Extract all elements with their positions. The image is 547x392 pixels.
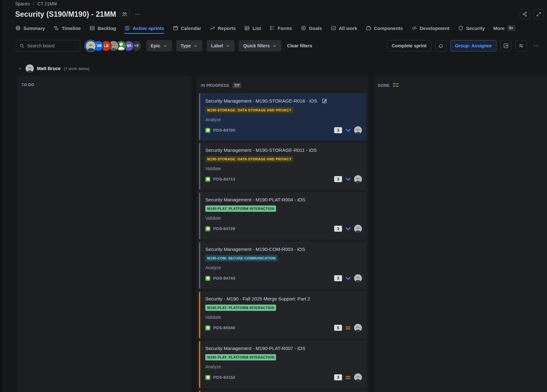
team-button[interactable] bbox=[120, 9, 129, 19]
avatar-photo[interactable] bbox=[86, 41, 96, 51]
board-more-button[interactable] bbox=[531, 40, 542, 51]
card-title-row: Security Management - M190-COM-R003 - iO… bbox=[205, 246, 362, 252]
card-footer: POS-85540 5 bbox=[205, 324, 362, 332]
tab-list[interactable]: List bbox=[244, 23, 261, 34]
feedback-loop-button[interactable] bbox=[435, 40, 447, 51]
tab-components[interactable]: Components bbox=[366, 23, 403, 34]
epic-dropdown[interactable]: Epic bbox=[146, 40, 172, 51]
estimate-badge[interactable]: 3 bbox=[334, 374, 342, 380]
label-dropdown[interactable]: Label bbox=[207, 40, 235, 51]
collapse-chevron-icon[interactable] bbox=[18, 66, 22, 71]
breadcrumb-project[interactable]: CT 21MM bbox=[38, 1, 57, 6]
card-list: Security Management - M190-STORAGE-R018 … bbox=[196, 93, 369, 392]
tab-label: List bbox=[252, 26, 261, 31]
assignee-avatar[interactable] bbox=[354, 274, 362, 282]
complete-sprint-button[interactable]: Complete sprint bbox=[387, 40, 431, 51]
work-item-count: (7 work items) bbox=[64, 66, 90, 71]
assignee-name: Matt Bruce bbox=[37, 66, 61, 71]
assignee-avatar[interactable] bbox=[354, 324, 362, 332]
assignee-avatar[interactable] bbox=[354, 225, 362, 233]
title-row: Security (S190/M190) - 21MM bbox=[15, 9, 544, 20]
tab-active-sprints[interactable]: Active sprints bbox=[124, 23, 164, 34]
development-icon bbox=[412, 25, 417, 31]
card-title-row: Security Management - M190-PLAT-R007 - i… bbox=[205, 346, 362, 351]
calendar-icon bbox=[173, 25, 178, 31]
card-label-badge: M190-PLAT: PLATFORM INTERACTION bbox=[205, 354, 276, 360]
tab-more[interactable]: More9+ bbox=[493, 23, 515, 34]
column-header: TO DO bbox=[17, 76, 192, 92]
view-settings-button[interactable] bbox=[515, 40, 527, 51]
breadcrumb-spaces[interactable]: Spaces bbox=[15, 1, 30, 6]
column-inprogress: IN PROGRESS7/7 Security Management - M19… bbox=[196, 76, 369, 392]
card-key: POS-84713 bbox=[213, 177, 235, 181]
card-key: POS-84152 bbox=[213, 375, 235, 380]
title-more-button[interactable] bbox=[133, 10, 142, 19]
timeline-icon bbox=[53, 25, 59, 31]
card-partial[interactable] bbox=[199, 390, 366, 392]
column-count-badge: 7/7 bbox=[232, 83, 242, 88]
tab-summary[interactable]: Summary bbox=[15, 23, 45, 34]
tab-calendar[interactable]: Calendar bbox=[173, 23, 201, 34]
breadcrumb: Spaces / CT 21MM bbox=[15, 1, 544, 7]
tab-label: Forms bbox=[278, 26, 292, 31]
quick-filters-dropdown[interactable]: Quick filters bbox=[239, 40, 281, 51]
share-button[interactable] bbox=[520, 9, 530, 19]
clear-filters-button[interactable]: Clear filters bbox=[285, 43, 314, 48]
estimate-badge[interactable]: 3 bbox=[334, 127, 342, 133]
filter-dropdowns: Epic Type Label Quick filters bbox=[146, 40, 281, 51]
project-header: Spaces / CT 21MM Security (S190/M190) - … bbox=[3, 1, 547, 34]
tab-forms[interactable]: Forms bbox=[269, 23, 292, 34]
tab-reports[interactable]: Reports bbox=[210, 23, 236, 34]
card[interactable]: Security Management - M190-PLAT-R007 - i… bbox=[199, 341, 366, 388]
more-count-badge: 9+ bbox=[507, 25, 515, 31]
tab-timeline[interactable]: Timeline bbox=[53, 23, 81, 34]
tab-label: Components bbox=[374, 26, 403, 31]
card-key: POS-84729 bbox=[213, 226, 235, 231]
card-title-row: Security Management - M190-STORAGE-R011 … bbox=[205, 147, 362, 153]
tab-security[interactable]: Security bbox=[458, 23, 485, 34]
card[interactable]: Security Management - M190-PLAT-R004 - i… bbox=[199, 192, 366, 240]
assignee-avatar[interactable] bbox=[354, 126, 362, 134]
tab-goals[interactable]: Goals bbox=[301, 23, 322, 34]
all-work-icon bbox=[331, 25, 336, 31]
column-todo: TO DO bbox=[17, 76, 192, 392]
card[interactable]: Security - M190 - Fall 2025 Merge Suppor… bbox=[199, 291, 366, 339]
tab-label: Backlog bbox=[98, 26, 116, 31]
breadcrumb-separator: / bbox=[33, 1, 34, 6]
swimlane-header[interactable]: Matt Bruce (7 work items) bbox=[18, 64, 547, 73]
tab-all-work[interactable]: All work bbox=[331, 23, 357, 34]
assignee-avatar[interactable] bbox=[354, 373, 362, 381]
type-dropdown[interactable]: Type bbox=[176, 40, 203, 51]
card[interactable]: Security Management - M190-STORAGE-R011 … bbox=[199, 143, 366, 190]
priority-medium-icon bbox=[345, 376, 351, 379]
priority-low-icon bbox=[345, 276, 351, 280]
tab-label: Goals bbox=[309, 26, 322, 31]
column-header: IN PROGRESS7/7 bbox=[196, 76, 369, 93]
card-accent-bar bbox=[199, 341, 200, 388]
estimate-badge[interactable]: 3 bbox=[334, 226, 342, 232]
edit-summary-button[interactable] bbox=[322, 98, 328, 104]
tab-development[interactable]: Development bbox=[412, 23, 449, 34]
estimate-badge[interactable]: 3 bbox=[334, 275, 342, 281]
card-title-row: Security - M190 - Fall 2025 Merge Suppor… bbox=[205, 296, 362, 301]
card-title: Security Management - M190-STORAGE-R011 … bbox=[205, 147, 317, 153]
card[interactable]: Security Management - M190-COM-R003 - iO… bbox=[199, 242, 366, 289]
estimate-badge[interactable]: 3 bbox=[334, 176, 342, 182]
search-board-field[interactable] bbox=[16, 40, 80, 51]
board-actions: Complete sprint Group: Assignee bbox=[387, 40, 542, 51]
story-type-icon bbox=[205, 226, 210, 231]
dropdown-label: Quick filters bbox=[243, 43, 270, 48]
assignee-avatar[interactable] bbox=[354, 175, 362, 183]
card-footer: POS-84713 3 bbox=[205, 175, 362, 183]
card-key: POS-84744 bbox=[213, 276, 235, 281]
expand-button[interactable] bbox=[534, 9, 544, 19]
tab-backlog[interactable]: Backlog bbox=[89, 23, 116, 34]
card[interactable]: Security Management - M190-STORAGE-R018 … bbox=[199, 93, 366, 140]
tab-label: More bbox=[493, 26, 505, 31]
estimate-badge[interactable]: 5 bbox=[334, 325, 342, 331]
search-input[interactable] bbox=[27, 43, 77, 48]
insights-button[interactable] bbox=[500, 40, 512, 51]
story-type-icon bbox=[205, 276, 210, 281]
card-accent-bar bbox=[199, 93, 200, 140]
group-by-button[interactable]: Group: Assignee bbox=[450, 40, 496, 51]
